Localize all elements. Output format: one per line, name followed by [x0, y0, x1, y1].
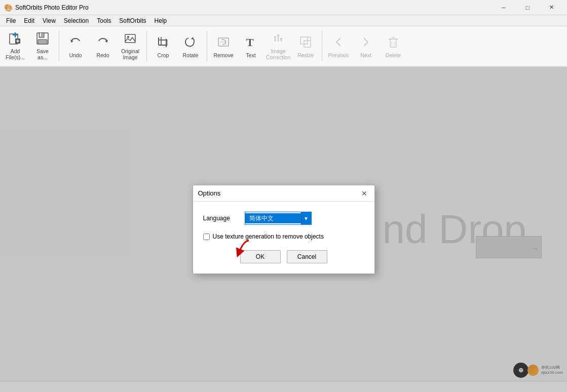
text-icon: T [243, 34, 259, 50]
toolbar-original-image[interactable]: OriginalImage [117, 29, 143, 63]
svg-rect-23 [274, 36, 276, 38]
original-image-icon [122, 31, 138, 46]
toolbar-rotate[interactable]: Rotate [177, 29, 204, 63]
toolbar-redo[interactable]: Redo [90, 29, 116, 63]
svg-rect-30 [390, 39, 396, 47]
save-icon [34, 31, 51, 46]
svg-rect-10 [125, 34, 135, 43]
add-files-icon [7, 31, 23, 46]
next-icon [358, 34, 374, 50]
menu-selection[interactable]: Selection [60, 15, 93, 26]
toolbar-next[interactable]: Next [353, 29, 379, 63]
rotate-label: Rotate [183, 52, 199, 59]
sep-1 [59, 31, 59, 61]
undo-icon [67, 34, 84, 50]
svg-rect-8 [40, 33, 41, 36]
svg-rect-24 [277, 34, 279, 36]
text-label: Text [246, 52, 255, 59]
toolbar-delete[interactable]: Delete [380, 29, 406, 63]
undo-label: Undo [69, 52, 82, 59]
menu-edit[interactable]: Edit [20, 15, 39, 26]
svg-point-11 [127, 36, 129, 38]
dialog-titlebar: Options ✕ [193, 185, 374, 202]
app-title: SoftOrbits Photo Editor Pro [15, 4, 492, 11]
crop-label: Crop [158, 52, 169, 59]
dialog-title: Options [198, 189, 221, 197]
maximize-button[interactable]: □ [516, 0, 539, 15]
options-dialog: Options ✕ Language 简体中文 English ▼ [193, 185, 375, 274]
svg-text:T: T [246, 36, 254, 49]
lang-dropdown-arrow-icon[interactable]: ▼ [301, 212, 311, 224]
sep-3 [207, 31, 207, 61]
previous-label: Previous [328, 52, 349, 59]
texture-generation-row: Use texture generation to remove objects [203, 233, 364, 240]
previous-icon [330, 34, 347, 50]
resize-label: Resize [297, 52, 314, 59]
dialog-body: Language 简体中文 English ▼ Use texture gen [193, 202, 374, 273]
svg-rect-7 [39, 33, 44, 37]
close-button[interactable]: ✕ [540, 0, 563, 15]
language-row: Language 简体中文 English ▼ [203, 212, 364, 225]
menu-help[interactable]: Help [150, 15, 171, 26]
menu-view[interactable]: View [39, 15, 60, 26]
add-files-label: AddFile(s)... [6, 48, 25, 61]
remove-label: Remove [213, 52, 233, 59]
toolbar-text[interactable]: T Text [238, 29, 264, 63]
language-label: Language [203, 215, 239, 222]
resize-icon [297, 34, 314, 50]
menu-tools[interactable]: Tools [93, 15, 115, 26]
dialog-overlay: Options ✕ Language 简体中文 English ▼ [0, 67, 567, 392]
image-correction-label: ImageCorrection [266, 48, 290, 61]
image-correction-icon [270, 31, 286, 46]
redo-icon [95, 34, 111, 50]
texture-generation-checkbox[interactable] [203, 233, 210, 240]
crop-icon [155, 34, 171, 50]
sep-4 [322, 31, 322, 61]
delete-icon [385, 34, 401, 50]
menu-file[interactable]: File [2, 15, 20, 26]
main-drop-area[interactable]: nd Drop ... Options ✕ Language [0, 67, 567, 392]
delete-label: Delete [386, 52, 401, 59]
toolbar-previous[interactable]: Previous [325, 29, 352, 63]
toolbar-crop[interactable]: Crop [150, 29, 176, 63]
menu-bar: File Edit View Selection Tools SoftOrbit… [0, 15, 567, 26]
toolbar-save-as[interactable]: Saveas... [29, 29, 56, 63]
dialog-buttons: OK Cancel [203, 250, 364, 265]
svg-rect-25 [280, 38, 282, 40]
toolbar-undo[interactable]: Undo [62, 29, 89, 63]
rotate-icon [182, 34, 199, 50]
language-select-wrapper[interactable]: 简体中文 English ▼ [245, 212, 312, 225]
dialog-close-button[interactable]: ✕ [359, 188, 369, 199]
minimize-button[interactable]: ─ [492, 0, 515, 15]
save-label: Saveas... [36, 48, 49, 61]
title-bar: 🎨 SoftOrbits Photo Editor Pro ─ □ ✕ [0, 0, 567, 15]
toolbar-image-correction[interactable]: ImageCorrection [265, 29, 291, 63]
redo-label: Redo [96, 52, 109, 59]
svg-rect-9 [38, 40, 47, 44]
menu-softorbits[interactable]: SoftOrbits [115, 15, 150, 26]
remove-icon [215, 34, 232, 50]
window-controls: ─ □ ✕ [492, 0, 563, 15]
cancel-button[interactable]: Cancel [287, 250, 327, 263]
content-area: nd Drop ... Options ✕ Language [0, 67, 567, 392]
app-icon: 🎨 [4, 4, 12, 12]
sep-2 [146, 31, 147, 61]
original-image-label: OriginalImage [121, 48, 139, 61]
toolbar-add-files[interactable]: AddFile(s)... [2, 29, 28, 63]
next-label: Next [360, 52, 371, 59]
buttons-area: OK Cancel [203, 250, 364, 265]
toolbar-remove[interactable]: Remove [210, 29, 237, 63]
toolbar: AddFile(s)... Saveas... Undo [0, 26, 567, 67]
language-select[interactable]: 简体中文 English [245, 213, 301, 223]
toolbar-resize[interactable]: Resize [292, 29, 319, 63]
ok-arrow-indicator [229, 238, 254, 258]
